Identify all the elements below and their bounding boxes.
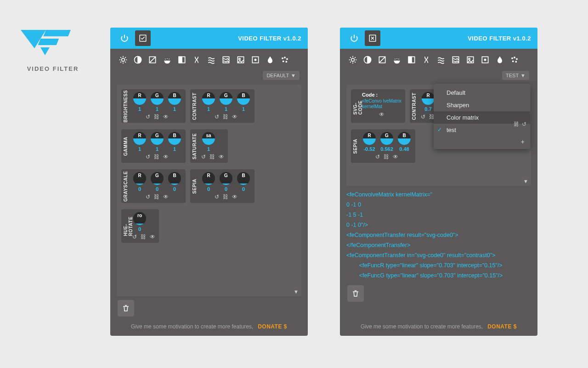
knob-g[interactable]: 1 <box>150 132 164 152</box>
brightness-icon[interactable] <box>117 53 130 66</box>
knob-b[interactable]: 0 <box>236 172 251 192</box>
power-button[interactable] <box>346 30 362 46</box>
filter-card-contrast[interactable]: CONTRAST111↺⛓👁 <box>190 89 254 123</box>
knob-g[interactable]: 0 <box>150 172 164 192</box>
knob-b[interactable]: 0 <box>167 172 182 192</box>
knob-r[interactable]: 1 <box>132 92 147 112</box>
knob-g[interactable]: 0 <box>219 172 233 192</box>
reset-icon[interactable]: ↺ <box>146 114 150 120</box>
grayscale-icon[interactable] <box>175 53 188 66</box>
collapse-toggle[interactable]: ▼ <box>294 289 299 294</box>
apply-check-button[interactable] <box>135 30 151 46</box>
knob-b[interactable]: 0.48 <box>397 132 412 152</box>
noise-icon[interactable] <box>449 53 462 66</box>
preset-option[interactable]: Default <box>434 86 530 99</box>
drop-icon[interactable] <box>264 53 277 66</box>
filter-card-sepia[interactable]: SEPIA-0.520.5620.48↺⛓👁 <box>351 129 415 163</box>
preset-option[interactable]: Color matrix⛓̸↺ <box>434 111 530 124</box>
invert-icon[interactable] <box>146 53 159 66</box>
link-icon[interactable]: ⛓ <box>154 154 159 160</box>
knob-value: 1 <box>201 146 216 152</box>
eye-icon[interactable]: 👁 <box>232 194 237 200</box>
preset-selector[interactable]: TEST ▼ <box>502 71 529 80</box>
eye-icon[interactable]: 👁 <box>379 111 384 118</box>
image-icon[interactable] <box>234 53 247 66</box>
link-icon[interactable]: ⛓ <box>384 154 389 160</box>
link-icon[interactable]: ⛓ <box>209 154 215 160</box>
eye-icon[interactable]: 👁 <box>163 154 169 160</box>
filter-card-sepia[interactable]: SEPIA000↺⛓👁 <box>190 169 254 203</box>
donate-button[interactable]: DONATE $ <box>487 323 517 330</box>
knob-r[interactable]: 0 <box>132 172 147 192</box>
filter-card-svg-code[interactable]: SVG-CODECode :<feConvo lveMatrix kernelM… <box>351 89 405 123</box>
link-icon[interactable]: ⛓ <box>223 194 228 200</box>
reset-icon[interactable]: ↺ <box>146 154 150 160</box>
knob-g[interactable]: 0.562 <box>379 132 394 152</box>
link-icon[interactable]: ⛓ <box>223 114 228 120</box>
knob-r[interactable]: -0.52 <box>362 132 377 152</box>
reset-icon[interactable]: ↺ <box>146 194 150 200</box>
knob-b[interactable]: 1 <box>167 132 182 152</box>
eye-icon[interactable]: 👁 <box>150 234 155 240</box>
brightness-icon[interactable] <box>346 53 359 66</box>
contrast-icon[interactable] <box>361 53 374 66</box>
saturate-icon[interactable] <box>390 53 403 66</box>
reset-icon[interactable]: ↺ <box>375 154 380 160</box>
knob-r[interactable]: 0 <box>201 172 216 192</box>
knob-ro[interactable]: 0 <box>132 212 147 232</box>
saturate-icon[interactable] <box>161 53 174 66</box>
invert-icon[interactable] <box>376 53 389 66</box>
filter-card-gamma[interactable]: GAMMA111↺⛓👁 <box>121 129 186 163</box>
knob-g[interactable]: 1 <box>219 92 233 112</box>
collapse-toggle[interactable]: ▼ <box>523 178 528 184</box>
noise-icon[interactable] <box>220 53 232 66</box>
posterize-icon[interactable] <box>278 53 291 66</box>
preset-selector[interactable]: DEFAULT ▼ <box>263 71 300 80</box>
preset-option[interactable]: ✓test <box>434 124 530 136</box>
eye-icon[interactable]: 👁 <box>219 154 224 160</box>
filter-card-brightness[interactable]: BRIGHTNESS111↺⛓👁 <box>121 89 186 123</box>
knob-sa[interactable]: 1 <box>201 132 216 152</box>
power-button[interactable] <box>117 30 132 46</box>
knob-b[interactable]: 1 <box>236 92 251 112</box>
knob-r[interactable]: 1 <box>201 92 216 112</box>
reset-icon[interactable]: ↺ <box>201 154 206 160</box>
eye-icon[interactable]: 👁 <box>232 114 237 120</box>
eye-icon[interactable]: 👁 <box>393 154 398 160</box>
filter-card-grayscale[interactable]: GRAYSCALE000↺⛓👁 <box>121 169 186 203</box>
eye-icon[interactable]: 👁 <box>163 194 169 200</box>
grayscale-icon[interactable] <box>405 53 418 66</box>
knob-value: 0 <box>132 226 147 232</box>
donate-button[interactable]: DONATE $ <box>258 323 287 330</box>
filter-card-hue-rotate[interactable]: HUE-ROTATE0↺⛓👁 <box>121 209 159 243</box>
knob-g[interactable]: 1 <box>150 92 164 112</box>
preset-option[interactable]: Sharpen <box>434 99 530 111</box>
contrast-icon[interactable] <box>131 53 144 66</box>
knob-b[interactable]: 1 <box>167 92 182 112</box>
hue-icon[interactable] <box>420 53 433 66</box>
preset-dropdown[interactable]: DefaultSharpenColor matrix⛓̸↺✓test+ <box>434 84 530 149</box>
link-icon[interactable]: ⛓ <box>141 234 146 240</box>
pixelate-icon[interactable] <box>479 53 492 66</box>
link-icon[interactable]: ⛓ <box>154 194 159 200</box>
svg-rect-37 <box>511 58 513 59</box>
apply-x-button[interactable] <box>365 30 380 46</box>
posterize-icon[interactable] <box>508 53 521 66</box>
image-icon[interactable] <box>464 53 477 66</box>
eye-icon[interactable]: 👁 <box>163 114 169 120</box>
add-preset-button[interactable]: + <box>434 136 530 146</box>
blur-icon[interactable] <box>435 53 447 66</box>
delete-button[interactable] <box>118 300 134 316</box>
drop-icon[interactable] <box>493 53 506 66</box>
blur-icon[interactable] <box>205 53 218 66</box>
reset-icon[interactable]: ↺ <box>215 194 219 200</box>
link-icon[interactable]: ⛓ <box>154 114 159 120</box>
hue-icon[interactable] <box>190 53 203 66</box>
pixelate-icon[interactable] <box>249 53 262 66</box>
reset-icon[interactable]: ↺ <box>215 114 219 120</box>
knob-r[interactable]: 1 <box>132 132 147 152</box>
reset-icon[interactable]: ↺ <box>421 114 425 120</box>
filter-card-saturate[interactable]: SATURATE1↺⛓👁 <box>190 129 228 163</box>
delete-button[interactable] <box>347 285 364 302</box>
filter-label: HUE-ROTATE <box>123 216 133 236</box>
